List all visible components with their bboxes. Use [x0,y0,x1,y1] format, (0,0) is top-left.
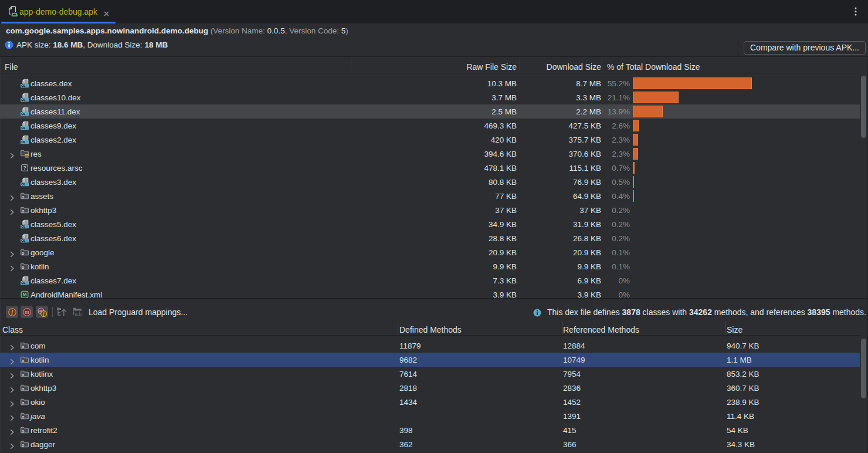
svg-text:m: m [25,309,29,315]
svg-text:a.b: a.b [74,311,82,317]
svg-text:?: ? [23,165,26,171]
svg-text:M: M [22,292,26,298]
